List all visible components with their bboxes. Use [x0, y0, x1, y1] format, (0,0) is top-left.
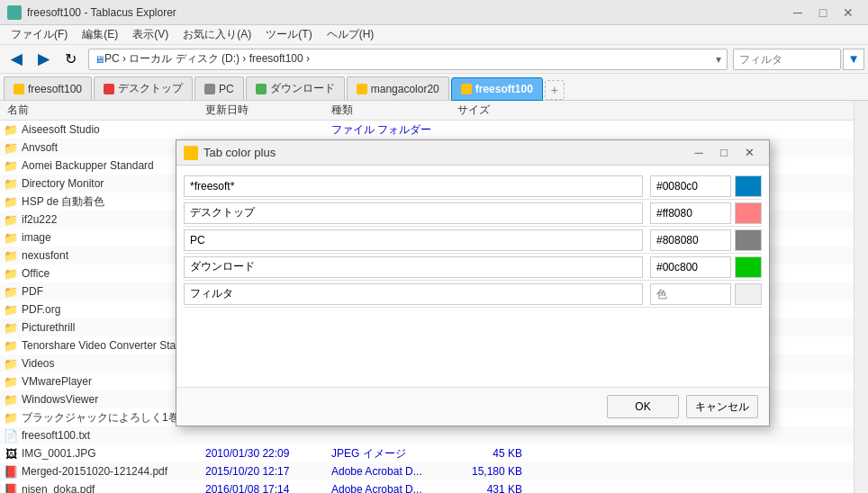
tab-color-indicator	[14, 84, 24, 94]
tab-label: mangacolor20	[371, 83, 439, 95]
dialog-title-bar: Tab color plus ─ □ ✕	[176, 140, 769, 166]
minimize-button[interactable]: ─	[785, 4, 810, 22]
dialog-empty-space	[184, 308, 762, 380]
tab-color-indicator	[104, 84, 114, 94]
file-name: Picturethrill	[22, 321, 202, 334]
file-icon: 📁	[4, 338, 18, 353]
file-name: Office	[22, 267, 202, 280]
column-type-header[interactable]: 種類	[328, 103, 454, 118]
file-icon: 📁	[4, 284, 18, 299]
file-name: ブラックジャックによろしく1巻	[22, 410, 202, 426]
file-icon: 📁	[4, 266, 18, 281]
refresh-button[interactable]: ↻	[58, 48, 83, 71]
color-code-input-3[interactable]	[650, 256, 731, 278]
cancel-button[interactable]: キャンセル	[686, 395, 758, 418]
tab-color-dialog: Tab color plus ─ □ ✕	[176, 139, 770, 426]
dialog-content	[176, 166, 769, 387]
column-size-header[interactable]: サイズ	[454, 103, 526, 118]
menu-item[interactable]: 編集(E)	[75, 25, 125, 44]
file-icon: 📁	[4, 230, 18, 245]
file-name: IMG_0001.JPG	[22, 447, 202, 460]
dialog-footer: OK キャンセル	[176, 387, 769, 426]
tab-download[interactable]: ダウンロード	[246, 76, 345, 100]
column-date-header[interactable]: 更新日時	[202, 103, 328, 118]
dialog-row-1	[184, 200, 762, 227]
tab-desktop[interactable]: デスクトップ	[94, 76, 193, 100]
dialog-row-0	[184, 173, 762, 200]
color-code-input-1[interactable]	[650, 202, 731, 224]
maximize-button[interactable]: □	[810, 4, 836, 22]
menu-item[interactable]: ヘルプ(H)	[320, 25, 382, 44]
file-icon: 📁	[4, 158, 18, 173]
title-bar-text: freesoft100 - Tablacus Explorer	[27, 6, 785, 19]
color-box-3[interactable]	[735, 256, 762, 278]
filter-input[interactable]	[733, 49, 841, 70]
forward-button[interactable]: ▶	[31, 48, 56, 71]
file-icon: 📁	[4, 176, 18, 191]
address-bar[interactable]: 🖥 PC › ローカル ディスク (D:) › freesoft100 › ▾	[88, 49, 728, 70]
color-code-input-0[interactable]	[650, 175, 731, 197]
file-icon: 📄	[4, 428, 18, 443]
file-type: JPEG イメージ	[328, 446, 454, 462]
color-box-4[interactable]	[735, 283, 762, 305]
file-row[interactable]: 📕 nisen_doka.pdf 2016/01/08 17:14 Adobe …	[0, 480, 854, 493]
file-icon: 📁	[4, 392, 18, 407]
color-box-1[interactable]	[735, 202, 762, 224]
pattern-input-0[interactable]	[184, 175, 643, 197]
menu-item[interactable]: ツール(T)	[258, 25, 319, 44]
tab-freesoft100-1[interactable]: freesoft100	[4, 76, 92, 100]
color-box-2[interactable]	[735, 229, 762, 251]
tab-label: PC	[219, 83, 234, 95]
pattern-input-2[interactable]	[184, 229, 643, 251]
ok-button[interactable]: OK	[607, 395, 679, 418]
file-name: Videos	[22, 357, 202, 370]
app-icon	[7, 5, 22, 20]
column-name-header[interactable]: 名前	[4, 103, 202, 118]
filter-button[interactable]: ▼	[843, 49, 864, 70]
file-icon: 📕	[4, 482, 18, 493]
file-type: Adobe Acrobat D...	[328, 483, 454, 493]
file-icon: 📁	[4, 302, 18, 317]
file-name: image	[22, 231, 202, 244]
dialog-close-button[interactable]: ✕	[737, 143, 762, 163]
file-row[interactable]: 📄 freesoft100.txt	[0, 426, 854, 444]
tab-color-indicator	[461, 84, 472, 94]
dialog-row-3	[184, 254, 762, 281]
tab-color-indicator	[357, 84, 367, 94]
tab-mangacolor20[interactable]: mangacolor20	[347, 76, 449, 100]
file-row[interactable]: 📁 Aiseesoft Studio ファイル フォルダー	[0, 121, 854, 139]
color-code-input-4[interactable]	[650, 283, 731, 305]
menu-item[interactable]: 表示(V)	[125, 25, 176, 44]
file-name: Aiseesoft Studio	[22, 123, 202, 136]
file-name: WindowsViewer	[22, 393, 202, 406]
file-row[interactable]: 🖼 IMG_0001.JPG 2010/01/30 22:09 JPEG イメー…	[0, 444, 854, 462]
tab-pc[interactable]: PC	[194, 76, 244, 100]
back-button[interactable]: ◀	[4, 48, 29, 71]
menu-item[interactable]: ファイル(F)	[4, 25, 75, 44]
scrollbar[interactable]	[854, 101, 868, 493]
toolbar: ◀ ▶ ↻ 🖥 PC › ローカル ディスク (D:) › freesoft10…	[0, 45, 868, 74]
file-name: nisen_doka.pdf	[22, 483, 202, 493]
file-icon: 📁	[4, 248, 18, 263]
file-icon: 🖼	[4, 446, 18, 461]
tab-label: デスクトップ	[118, 81, 183, 96]
tab-freesoft100-2[interactable]: freesoft100	[451, 77, 543, 101]
color-box-0[interactable]	[735, 175, 762, 197]
file-row[interactable]: 📕 Merged-20151020-121244.pdf 2015/10/20 …	[0, 462, 854, 480]
add-tab-button[interactable]: +	[545, 80, 565, 100]
pattern-input-4[interactable]	[184, 283, 643, 305]
address-bar-dropdown[interactable]: ▾	[716, 53, 721, 66]
file-name: Directory Monitor	[22, 177, 202, 190]
title-bar-controls: ─ □ ✕	[785, 4, 861, 22]
file-icon: 📁	[4, 356, 18, 371]
dialog-minimize-button[interactable]: ─	[686, 143, 711, 163]
file-name: VMwarePlayer	[22, 375, 202, 388]
file-name: Merged-20151020-121244.pdf	[22, 465, 202, 478]
pattern-input-3[interactable]	[184, 256, 643, 278]
menu-item[interactable]: お気に入り(A)	[176, 25, 258, 44]
color-code-input-2[interactable]	[650, 229, 731, 251]
close-button[interactable]: ✕	[836, 4, 861, 22]
pattern-input-1[interactable]	[184, 202, 643, 224]
address-bar-text: PC › ローカル ディスク (D:) › freesoft100 ›	[104, 51, 716, 67]
dialog-maximize-button[interactable]: □	[711, 143, 737, 163]
